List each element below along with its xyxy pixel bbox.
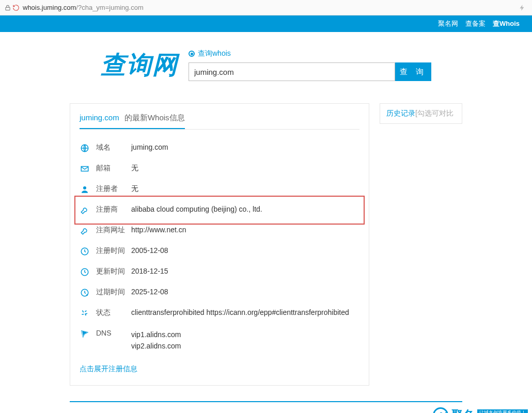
info-label: 注册者 [96,184,131,194]
history-card[interactable]: 历史记录[勾选可对比 [380,103,462,124]
globe-icon [80,143,90,153]
url-domain: whois.juming.com [23,4,76,11]
info-value: 2025-12-08 [131,288,359,296]
dns-icon [80,329,90,339]
site-logo[interactable]: 查询网 [101,49,178,82]
clock-icon [80,267,90,277]
info-row: 注册时间2005-12-08 [80,241,359,262]
clock-warn-icon [80,288,90,298]
info-value: 无 [131,164,359,173]
search-button[interactable]: 查 询 [395,62,431,81]
nav-whois[interactable]: 查Whois [493,19,520,28]
svg-rect-0 [6,7,10,10]
hero: 查询网 查询whois 查 询 [0,32,532,103]
tab-suffix: 的最新Whois信息 [124,113,185,122]
info-label: 域名 [96,143,131,152]
info-row: 状态clienttransferprohibited https://icann… [80,303,359,324]
wrench-icon [80,205,90,215]
wrench-icon [80,226,90,236]
info-value: juming.com [131,143,359,151]
info-value: http://www.net.cn [131,226,359,234]
info-value: 无 [131,184,359,194]
nav-beian[interactable]: 查备案 [465,19,486,28]
expand-link[interactable]: 点击展开注册信息 [80,364,137,374]
content: juming.com 的最新Whois信息 域名juming.com邮箱无注册者… [0,103,532,401]
radio-label: 查询whois [198,49,231,58]
info-label: 更新时间 [96,267,131,276]
info-label: 注册商 [96,205,131,214]
info-row: 邮箱无 [80,158,359,179]
tab-domain: juming.com [80,113,119,122]
radio-checked-icon [189,51,195,57]
info-label: 过期时间 [96,288,131,297]
whois-card: juming.com 的最新Whois信息 域名juming.com邮箱无注册者… [70,103,369,386]
info-label: 状态 [96,308,131,317]
search-area: 查询whois 查 询 [189,49,431,81]
url-path: /?cha_ym=juming.com [76,4,143,11]
top-nav: 聚名网 查备案 查Whois [0,15,532,32]
footer-slogan: 让域名创造更多价值！ [479,410,526,413]
info-list: 域名juming.com邮箱无注册者无注册商alibaba cloud comp… [80,130,359,357]
info-label: DNS [96,329,131,337]
info-label: 注册时间 [96,246,131,256]
recycle-icon [80,308,90,319]
info-row: DNSvip1.alidns.comvip2.alidns.com [80,324,359,357]
info-value: clienttransferprohibited https://icann.o… [131,308,359,316]
info-label: 注商网址 [96,226,131,235]
svg-point-2 [83,186,86,189]
person-icon [80,184,90,195]
info-row: 更新时间2018-12-15 [80,262,359,282]
info-label: 邮箱 [96,164,131,173]
footer-brand: 聚名 [451,407,474,413]
info-value: alibaba cloud computing (beijing) co., l… [131,205,359,213]
info-row: 注册商alibaba cloud computing (beijing) co.… [80,200,359,220]
nav-juming[interactable]: 聚名网 [438,19,458,28]
info-row: 过期时间2025-12-08 [80,282,359,303]
clock-icon [80,246,90,257]
info-value: 2005-12-08 [131,246,359,255]
tab-whois[interactable]: juming.com 的最新Whois信息 [80,113,185,129]
info-row: 域名juming.com [80,138,359,158]
info-value: vip1.alidns.comvip2.alidns.com [131,329,359,352]
info-value: 2018-12-15 [131,267,359,275]
info-row: 注商网址http://www.net.cn [80,220,359,241]
history-title: 历史记录 [386,109,415,118]
tab-row: juming.com 的最新Whois信息 [80,113,359,130]
svg-point-6 [86,294,88,296]
search-mode-radio[interactable]: 查询whois [189,49,431,58]
search-input[interactable] [189,62,395,81]
browser-url-bar: whois.juming.com/?cha_ym=juming.com [0,0,532,15]
mail-icon [80,164,90,174]
footer: 皖ICP备12013812号 Copyright @2011-2022[聚名网]… [0,402,532,413]
footer-logo[interactable]: J 聚名 让域名创造更多价值！ JUMING.COM [433,407,528,413]
history-hint: [勾选可对比 [415,109,453,118]
footer-badge: 让域名创造更多价值！ JUMING.COM [477,409,528,413]
flash-icon[interactable] [519,4,526,11]
reload-icon[interactable] [12,4,20,11]
footer-logo-icon: J [433,407,448,413]
lock-icon [4,4,11,11]
url-text[interactable]: whois.juming.com/?cha_ym=juming.com [23,4,519,11]
